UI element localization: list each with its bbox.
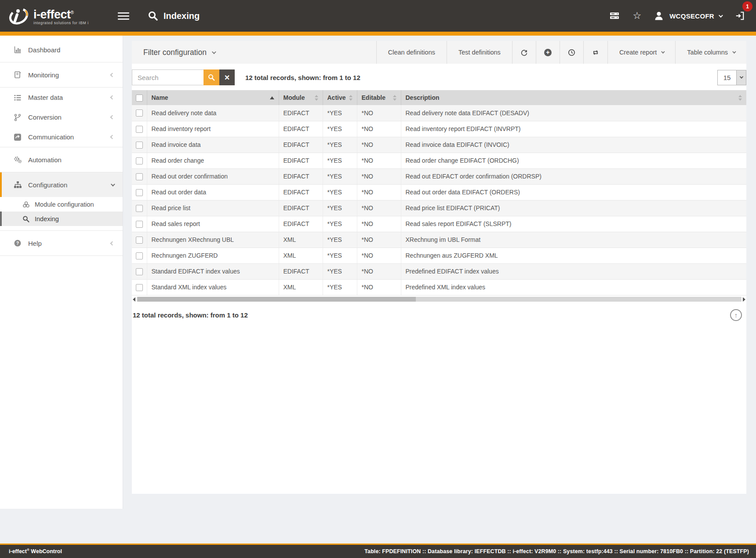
clear-search-button[interactable]: ×	[219, 69, 235, 85]
row-checkbox[interactable]	[136, 189, 143, 196]
chevron-down-icon	[111, 182, 115, 186]
filter-configuration-dropdown[interactable]: Filter configuration	[132, 41, 215, 64]
select-all-checkbox[interactable]	[136, 95, 143, 102]
select-all-header	[132, 90, 147, 105]
sidebar-item-master-data[interactable]: Master data	[0, 88, 123, 107]
cell-description: Rechnungen aus ZUGFERD XML	[401, 248, 746, 263]
book-icon	[13, 71, 22, 79]
table-row[interactable]: Read out order data EDIFACT *YES *NO Rea…	[132, 184, 746, 200]
table-row[interactable]: Read out order confirmation EDIFACT *YES…	[132, 168, 746, 184]
sidebar-item-automation[interactable]: Automation	[0, 147, 123, 172]
table-row[interactable]: Standard EDIFACT index values EDIFACT *Y…	[132, 263, 746, 279]
test-definitions-button[interactable]: Test definitions	[447, 41, 512, 64]
chevron-left-icon	[110, 115, 115, 120]
brand-tagline: integrated solutions for IBM i	[33, 21, 89, 25]
cell-module: EDIFACT	[279, 184, 323, 200]
search-input[interactable]	[132, 69, 204, 85]
server-icon[interactable]	[610, 11, 619, 20]
refresh-button[interactable]	[512, 41, 536, 64]
row-checkbox[interactable]	[136, 126, 143, 133]
table-header-row: Name Module Active Editable	[132, 90, 746, 105]
cell-editable: *NO	[357, 184, 401, 200]
scrollbar-thumb[interactable]	[138, 297, 416, 302]
definitions-table: Name Module Active Editable	[132, 90, 746, 295]
cell-active: *YES	[323, 184, 357, 200]
search-row: × 12 total records, shown: from 1 to 12 …	[132, 64, 746, 90]
row-checkbox[interactable]	[136, 109, 143, 117]
chevron-down-icon	[212, 50, 216, 54]
add-button[interactable]: +	[536, 41, 560, 64]
user-menu[interactable]: WCQSECOFR	[654, 11, 722, 21]
scrollbar-track[interactable]	[137, 297, 741, 302]
create-report-dropdown[interactable]: Create report	[607, 41, 675, 64]
cell-editable: *NO	[357, 137, 401, 153]
star-icon[interactable]: ☆	[632, 11, 641, 21]
scroll-right-icon[interactable]	[743, 297, 745, 302]
user-name: WCQSECOFR	[669, 12, 714, 20]
table-row[interactable]: Read order change EDIFACT *YES *NO Read …	[132, 153, 746, 168]
transfer-button[interactable]	[583, 41, 607, 64]
row-checkbox[interactable]	[136, 268, 143, 275]
sidebar-item-monitoring[interactable]: Monitoring	[0, 62, 123, 87]
sidebar-item-configuration[interactable]: Configuration	[0, 172, 123, 197]
column-header-description[interactable]: Description	[401, 90, 746, 105]
table-row[interactable]: Rechnungen ZUGFERD XML *YES *NO Rechnung…	[132, 248, 746, 263]
brand-logo[interactable]: i-effect® integrated solutions for IBM i	[0, 4, 109, 27]
cell-name: Read delivery note data	[147, 105, 279, 121]
page-title-group: Indexing	[148, 11, 200, 21]
chevron-left-icon	[110, 135, 115, 139]
history-button[interactable]	[560, 41, 583, 64]
column-header-name[interactable]: Name	[147, 90, 279, 105]
search-button[interactable]	[204, 69, 219, 85]
sidebar-item-communication[interactable]: Communication	[0, 127, 123, 147]
cell-editable: *NO	[357, 168, 401, 184]
cell-editable: *NO	[357, 121, 401, 137]
table-row[interactable]: Read inventory report EDIFACT *YES *NO R…	[132, 121, 746, 137]
menu-icon[interactable]	[118, 11, 129, 22]
row-checkbox[interactable]	[136, 205, 143, 212]
table-row[interactable]: Read delivery note data EDIFACT *YES *NO…	[132, 105, 746, 121]
cell-description: Read out EDIFACT order confirmation (ORD…	[401, 168, 746, 184]
cell-editable: *NO	[357, 279, 401, 295]
row-checkbox[interactable]	[136, 173, 143, 180]
scroll-left-icon[interactable]	[133, 297, 135, 302]
modules-icon	[22, 201, 30, 208]
logout-icon[interactable]	[735, 11, 745, 21]
cell-module: EDIFACT	[279, 263, 323, 279]
cell-name: Standard EDIFACT index values	[147, 263, 279, 279]
main-content: Filter configuration Clean definitions T…	[123, 36, 756, 543]
sidebar-item-help[interactable]: ? Help	[0, 231, 123, 255]
sidebar-item-conversion[interactable]: Conversion	[0, 107, 123, 127]
table-row[interactable]: Read price list EDIFACT *YES *NO Read pr…	[132, 200, 746, 216]
sidebar-item-module-configuration[interactable]: Module configuration	[0, 197, 123, 212]
table-row[interactable]: Read invoice data EDIFACT *YES *NO Read …	[132, 137, 746, 153]
row-checkbox[interactable]	[136, 157, 143, 164]
page-title: Indexing	[164, 11, 200, 21]
clean-definitions-button[interactable]: Clean definitions	[376, 41, 447, 64]
row-checkbox[interactable]	[136, 221, 143, 228]
table-row[interactable]: Read sales report EDIFACT *YES *NO Read …	[132, 216, 746, 232]
row-checkbox[interactable]	[136, 284, 143, 291]
page-size-select[interactable]: 15	[717, 70, 746, 85]
table-columns-dropdown[interactable]: Table columns	[675, 41, 746, 64]
cell-editable: *NO	[357, 153, 401, 168]
column-header-active[interactable]: Active	[323, 90, 357, 105]
sort-icon	[738, 95, 742, 101]
sidebar-item-dashboard[interactable]: Dashboard	[0, 37, 123, 62]
cell-active: *YES	[323, 105, 357, 121]
footer-system-status: Table: FPDEFINITION :: Database library:…	[364, 548, 749, 554]
table-row[interactable]: Rechnungen XRechnung UBL XML *YES *NO XR…	[132, 232, 746, 248]
sidebar: Dashboard Monitoring Maste	[0, 36, 123, 543]
row-checkbox[interactable]	[136, 252, 143, 259]
row-checkbox[interactable]	[136, 142, 143, 149]
scroll-top-icon[interactable]: ↑	[730, 309, 742, 321]
column-header-module[interactable]: Module	[279, 90, 323, 105]
table-row[interactable]: Standard XML index values XML *YES *NO P…	[132, 279, 746, 295]
share-icon	[13, 133, 22, 141]
row-checkbox[interactable]	[136, 237, 143, 244]
cell-module: EDIFACT	[279, 153, 323, 168]
sidebar-item-indexing[interactable]: Indexing	[0, 212, 123, 226]
chevron-down-icon	[661, 50, 665, 53]
notification-badge[interactable]: 1	[742, 1, 752, 11]
column-header-editable[interactable]: Editable	[357, 90, 401, 105]
